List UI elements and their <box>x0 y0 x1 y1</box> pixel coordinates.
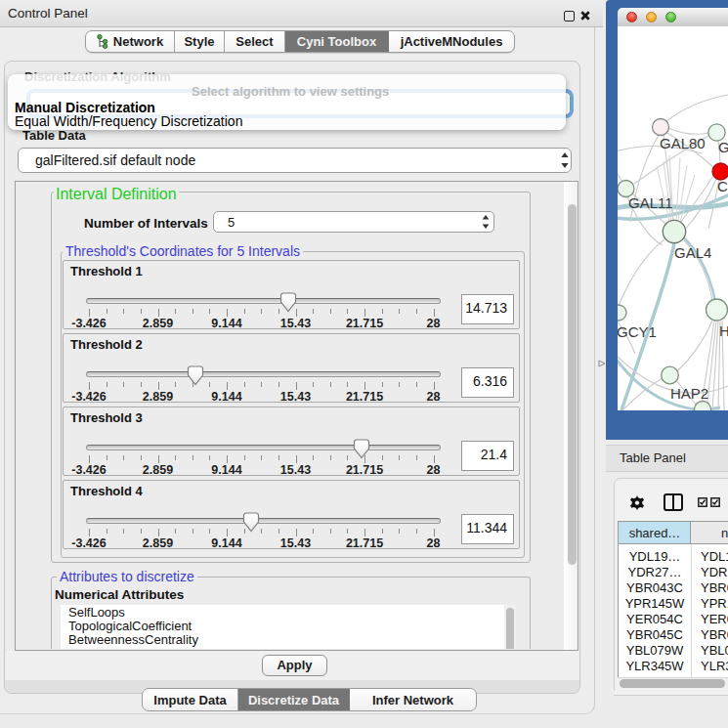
svg-text:GAL11: GAL11 <box>628 194 673 211</box>
svg-text:GAL80: GAL80 <box>660 135 706 151</box>
svg-text:GAL4: GAL4 <box>674 244 711 261</box>
svg-text:H: H <box>719 322 728 339</box>
svg-text:C: C <box>717 178 728 194</box>
svg-text:G.: G. <box>718 139 728 155</box>
svg-text:HAP2: HAP2 <box>670 385 708 402</box>
svg-text:GCY1: GCY1 <box>618 323 657 340</box>
